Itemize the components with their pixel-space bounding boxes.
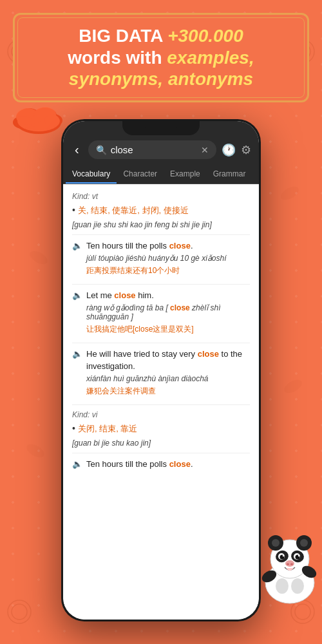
settings-icon[interactable]: ⚙ (241, 143, 251, 157)
example-1-chinese: 距离投票结束还有10个小时 (86, 265, 250, 276)
speaker-icon-2[interactable]: 🔈 (72, 290, 82, 300)
back-button[interactable]: ‹ (71, 141, 83, 158)
history-icon[interactable]: 🕐 (222, 143, 236, 157)
definitions-text-vt[interactable]: 关, 结束, 使靠近, 封闭, 使接近 (78, 205, 189, 216)
clear-button[interactable]: ✕ (201, 145, 209, 155)
tab-grammar[interactable]: Grammar (207, 164, 252, 184)
example-1-pinyin: jùlí tóupiào jiéshù huányǒu 10 gè xiǎosh… (86, 254, 250, 263)
banner-line1: BIG DATA +300.000 (79, 26, 243, 46)
example-1-english: Ten hours till the polls close. (86, 240, 193, 252)
example-vi-1: 🔈 Ten hours till the polls close. (72, 459, 250, 470)
cloud-decoration (10, 100, 68, 138)
phonetics-vt: [guan jie shu shi kao jin feng bi shi ji… (72, 220, 250, 229)
search-icon: 🔍 (96, 145, 107, 155)
svg-point-14 (282, 377, 304, 396)
divider-5 (72, 453, 250, 453)
example-3-chinese: 嫌犯会关注案件调查 (86, 386, 250, 397)
tab-vocabulary[interactable]: Vocabulary (66, 164, 117, 184)
phone-inner: ‹ 🔍 close ✕ 🕐 ⚙ Vocabulary Character (63, 121, 259, 620)
example-1: 🔈 Ten hours till the polls close. jùlí t… (72, 240, 250, 276)
example-3: 🔈 He will have tried to stay very close … (72, 348, 250, 396)
svg-point-40 (290, 564, 293, 565)
svg-point-38 (285, 560, 294, 567)
svg-point-43 (276, 578, 289, 594)
example-vi-1-english-row: 🔈 Ten hours till the polls close. (72, 459, 250, 470)
svg-point-36 (283, 555, 284, 556)
banner-text: BIG DATA +300.000 words with examples, s… (28, 25, 294, 90)
svg-point-44 (291, 578, 304, 594)
example-2-chinese: 让我搞定他吧[close这里是双关] (86, 324, 250, 335)
entry-vt: Kind: vt • 关, 结束, 使靠近, 封闭, 使接近 [guan jie… (72, 192, 250, 397)
svg-point-37 (298, 555, 299, 556)
example-3-pinyin: xiánfàn huì guānzhù ànjìan diàochá (86, 374, 250, 383)
example-3-english: He will have tried to stay very close to… (86, 348, 250, 372)
example-2-english-row: 🔈 Let me close him. (72, 290, 250, 301)
speaker-icon-1[interactable]: 🔈 (72, 241, 82, 251)
phone-notch (122, 121, 200, 135)
tab-character[interactable]: Character (117, 164, 164, 184)
svg-point-28 (272, 539, 279, 547)
svg-point-5 (12, 604, 27, 620)
search-query: close (111, 144, 197, 155)
divider-1 (72, 234, 250, 235)
entry-vi: Kind: vi • 关闭, 结束, 靠近 [guan bi jie shu k… (72, 410, 250, 470)
tab-bar: Vocabulary Character Example Grammar Ima… (63, 164, 259, 184)
phonetics-vi: [guan bi jie shu kao jin] (72, 439, 250, 448)
tab-image[interactable]: Image (252, 164, 259, 184)
phone-frame: ‹ 🔍 close ✕ 🕐 ⚙ Vocabulary Character (61, 119, 261, 621)
example-1-english-row: 🔈 Ten hours till the polls close. (72, 240, 250, 252)
divider-4 (72, 404, 250, 405)
definitions-vt: • 关, 结束, 使靠近, 封闭, 使接近 (72, 205, 250, 216)
banner-line2: words with examples, (68, 48, 254, 68)
definitions-text-vi[interactable]: 关闭, 结束, 靠近 (78, 423, 137, 435)
example-2-pinyin: ràng wǒ gǎodìng tā ba [ close zhèlǐ shì … (86, 303, 250, 321)
phone-screen: ‹ 🔍 close ✕ 🕐 ⚙ Vocabulary Character (63, 121, 259, 620)
svg-point-29 (300, 539, 308, 547)
divider-2 (72, 284, 250, 285)
svg-point-7 (295, 604, 310, 620)
kind-label-vt: Kind: vt (72, 192, 250, 201)
speaker-icon-vi-1[interactable]: 🔈 (72, 459, 82, 469)
divider-3 (72, 343, 250, 343)
panda-decoration (251, 522, 322, 605)
example-3-english-row: 🔈 He will have tried to stay very close … (72, 348, 250, 372)
top-banner: BIG DATA +300.000 words with examples, s… (13, 13, 309, 102)
kind-label-vi: Kind: vi (72, 410, 250, 419)
svg-point-13 (28, 249, 50, 267)
tab-example[interactable]: Example (164, 164, 207, 184)
example-2-english: Let me close him. (86, 290, 154, 301)
svg-point-23 (34, 107, 56, 122)
svg-point-15 (24, 442, 46, 460)
speaker-icon-3[interactable]: 🔈 (72, 349, 82, 359)
svg-point-39 (287, 564, 289, 565)
example-vi-1-english: Ten hours till the polls close. (86, 459, 193, 470)
content-area[interactable]: Kind: vt • 关, 结束, 使靠近, 封闭, 使接近 [guan jie… (63, 184, 259, 620)
banner-line3: synonyms, antonyms (69, 69, 253, 89)
search-input-container[interactable]: 🔍 close ✕ (88, 140, 216, 159)
definitions-vi: • 关闭, 结束, 靠近 (72, 423, 250, 435)
svg-point-12 (279, 184, 301, 203)
example-2: 🔈 Let me close him. ràng wǒ gǎodìng tā b… (72, 290, 250, 335)
